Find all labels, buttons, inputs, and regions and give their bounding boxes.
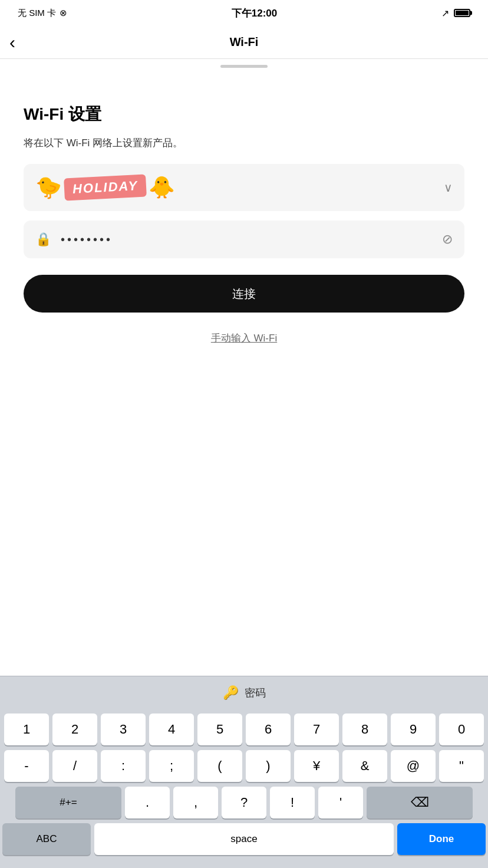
key-period[interactable]: .	[125, 787, 170, 818]
status-bar: 无 SIM 卡 ⊗ 下午12:00 ↗	[0, 0, 488, 26]
eye-slash-icon[interactable]: ⊘	[442, 232, 453, 247]
key-ampersand[interactable]: &	[342, 750, 387, 782]
key-symbols-toggle[interactable]: #+=	[15, 787, 121, 818]
page-title: Wi-Fi	[230, 35, 259, 49]
chick-left-icon: 🐤	[35, 175, 62, 200]
key-quote[interactable]: "	[439, 750, 484, 782]
lock-icon: 🔒	[35, 232, 51, 247]
key-apostrophe[interactable]: '	[318, 787, 363, 818]
key-8[interactable]: 8	[342, 714, 387, 745]
key-0[interactable]: 0	[439, 714, 484, 745]
key-question[interactable]: ?	[222, 787, 266, 818]
key-7[interactable]: 7	[294, 714, 339, 745]
battery-icon	[454, 9, 470, 17]
nav-bar: ‹ Wi-Fi	[0, 26, 488, 59]
key-6[interactable]: 6	[246, 714, 291, 745]
key-5[interactable]: 5	[197, 714, 242, 745]
pull-handle	[0, 59, 488, 68]
status-right: ↗	[441, 8, 470, 19]
password-input[interactable]: ••••••••	[61, 233, 433, 246]
delete-key[interactable]: ⌫	[367, 787, 473, 818]
key-4[interactable]: 4	[149, 714, 194, 745]
network-selector[interactable]: 🐤 HOLIDAY 🐥 ∨	[24, 164, 464, 211]
keyboard-toolbar: 🔑 密码	[0, 676, 488, 709]
sim-text: 无 SIM 卡	[18, 8, 56, 19]
key-done[interactable]: Done	[397, 823, 486, 855]
status-time: 下午12:00	[67, 6, 441, 20]
chick-right-icon: 🐥	[149, 175, 175, 200]
recycle-icon: ⊗	[60, 8, 67, 18]
key-exclaim[interactable]: !	[270, 787, 315, 818]
key-comma[interactable]: ,	[173, 787, 218, 818]
key-open-paren[interactable]: (	[197, 750, 242, 782]
key-colon[interactable]: :	[101, 750, 146, 782]
keyboard-toolbar-label: 🔑 密码	[223, 685, 266, 701]
key-yen[interactable]: ¥	[294, 750, 339, 782]
chevron-down-icon: ∨	[444, 180, 453, 195]
keyboard-row-numbers: 1 2 3 4 5 6 7 8 9 0	[2, 714, 486, 745]
key-3[interactable]: 3	[101, 714, 146, 745]
keyboard-rows: 1 2 3 4 5 6 7 8 9 0 - / : ; ( ) ¥ & @ " …	[0, 709, 488, 868]
status-left: 无 SIM 卡 ⊗	[18, 8, 67, 19]
key-abc[interactable]: ABC	[2, 823, 91, 855]
network-name-area: 🐤 HOLIDAY 🐥	[35, 175, 444, 200]
key-2[interactable]: 2	[52, 714, 97, 745]
key-dash[interactable]: -	[4, 750, 49, 782]
key-slash[interactable]: /	[52, 750, 97, 782]
manual-wifi-link[interactable]: 手动输入 Wi-Fi	[24, 331, 464, 345]
holiday-banner: 🐤 HOLIDAY 🐥	[35, 175, 175, 200]
key-1[interactable]: 1	[4, 714, 49, 745]
pull-handle-bar	[220, 65, 268, 68]
key-space[interactable]: space	[94, 823, 394, 855]
password-field[interactable]: 🔒 •••••••• ⊘	[24, 221, 464, 258]
main-content: Wi-Fi 设置 将在以下 Wi-Fi 网络上设置新产品。 🐤 HOLIDAY …	[0, 68, 488, 363]
keyboard-row-symbols: - / : ; ( ) ¥ & @ "	[2, 750, 486, 782]
keyboard-row-special: #+= . , ? ! ' ⌫	[2, 787, 486, 818]
back-button[interactable]: ‹	[9, 34, 15, 51]
key-at[interactable]: @	[391, 750, 436, 782]
key-semicolon[interactable]: ;	[149, 750, 194, 782]
keyboard-toolbar-text: 密码	[245, 686, 266, 700]
keyboard-row-bottom: ABC space Done	[2, 823, 486, 861]
key-9[interactable]: 9	[391, 714, 436, 745]
key-close-paren[interactable]: )	[246, 750, 291, 782]
network-name: HOLIDAY	[64, 174, 147, 200]
key-icon: 🔑	[223, 685, 239, 701]
keyboard-area: 🔑 密码 1 2 3 4 5 6 7 8 9 0 - / : ; ( ) ¥ &	[0, 676, 488, 868]
wifi-setup-desc: 将在以下 Wi-Fi 网络上设置新产品。	[24, 136, 464, 150]
wifi-setup-title: Wi-Fi 设置	[24, 103, 464, 126]
location-icon: ↗	[441, 8, 449, 19]
connect-button[interactable]: 连接	[24, 275, 464, 313]
